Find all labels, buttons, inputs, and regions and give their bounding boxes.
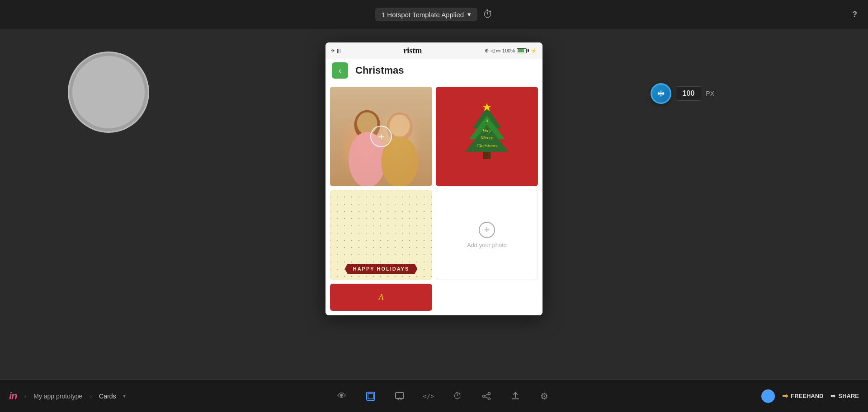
share-network-button[interactable] — [478, 388, 495, 404]
gear-icon: ⚙ — [540, 391, 548, 402]
bottom-right: ⇒ FREEHAND ⇒ SHARE — [732, 389, 868, 403]
prototype-button[interactable] — [363, 388, 379, 404]
tool-widget: 100 PX — [651, 83, 714, 104]
add-photo-label: Add your photo — [467, 242, 507, 248]
add-photo-overlay[interactable]: + — [370, 126, 392, 147]
settings-button[interactable]: ⚙ — [536, 388, 552, 404]
eye-icon: 👁 — [337, 391, 346, 401]
svg-point-21 — [488, 398, 491, 400]
breadcrumb-my-app[interactable]: My app prototype — [33, 393, 82, 400]
page-title: Christmas — [355, 65, 404, 76]
resize-icon — [656, 89, 666, 98]
breadcrumb-separator-1: › — [24, 393, 27, 400]
hotspot-template-button[interactable]: 1 Hotspot Template Applied ▾ — [375, 8, 477, 21]
lightning-icon: ⚡ — [531, 48, 537, 54]
logo-text: in — [9, 390, 17, 402]
plus-icon: + — [377, 131, 384, 142]
history-button[interactable]: ⏱ — [483, 9, 493, 20]
breadcrumb-chevron-icon: ▾ — [123, 393, 126, 399]
add-photo-card[interactable]: + Add your photo — [436, 190, 538, 280]
bottom-center-icons: 👁 </> ⏱ — [154, 388, 732, 404]
share-arrow-icon: ⇒ — [830, 393, 835, 399]
bottom-left: in › My app prototype › Cards ▾ — [0, 390, 154, 402]
chevron-down-icon: ▾ — [467, 10, 471, 19]
svg-rect-10 — [483, 152, 491, 159]
prototype-icon — [366, 391, 376, 401]
help-button[interactable]: ? — [852, 10, 857, 19]
signal-icon: ||| — [337, 48, 341, 53]
share-label: SHARE — [838, 393, 859, 399]
share-button[interactable]: ⇒ SHARE — [830, 393, 859, 399]
invision-logo[interactable]: in — [9, 390, 17, 402]
red-card-letter: A — [379, 293, 384, 302]
canvas-area: ✈ ||| ristm ⊕ ◁ ▭ 100% ⚡ ‹ — [0, 29, 868, 379]
bottom-bar: in › My app prototype › Cards ▾ 👁 </> ⏱ — [0, 379, 868, 412]
upload-button[interactable] — [507, 388, 524, 404]
comment-icon — [395, 391, 405, 401]
polka-dot-card[interactable]: HAPPY HOLIDAYS — [330, 190, 432, 280]
hotspot-label: 1 Hotspot Template Applied — [382, 11, 464, 19]
pixel-unit: PX — [706, 90, 714, 97]
status-bar: ✈ ||| ristm ⊕ ◁ ▭ 100% ⚡ — [326, 42, 542, 59]
preview-button[interactable]: 👁 — [334, 388, 350, 404]
card-grid: + A Very — [326, 82, 542, 315]
user-avatar[interactable] — [761, 389, 775, 403]
magnifier-overlay — [68, 52, 149, 133]
svg-rect-17 — [368, 393, 373, 399]
airplane-icon: ✈ — [331, 48, 335, 54]
question-mark-icon: ? — [852, 10, 857, 19]
clock-icon: ⏱ — [483, 9, 493, 20]
svg-point-20 — [483, 395, 485, 397]
status-left: ✈ ||| — [331, 48, 341, 54]
breadcrumb-cards[interactable]: Cards — [99, 393, 116, 400]
svg-point-19 — [488, 392, 491, 394]
upload-icon — [510, 391, 520, 401]
battery-icon — [517, 48, 529, 53]
svg-text:Merry: Merry — [480, 135, 493, 140]
comment-button[interactable] — [392, 388, 408, 404]
christmas-card-content: A Very Merry Christmas — [451, 97, 523, 176]
back-button[interactable]: ‹ — [332, 62, 348, 79]
phone-frame: ✈ ||| ristm ⊕ ◁ ▭ 100% ⚡ ‹ — [326, 42, 542, 315]
freehand-button[interactable]: ⇒ FREEHAND — [782, 392, 823, 400]
wifi-icon: ◁ — [491, 48, 494, 54]
status-title: ristm — [403, 46, 422, 56]
history-icon: ⏱ — [453, 391, 462, 401]
top-bar: 1 Hotspot Template Applied ▾ ⏱ ? — [0, 0, 868, 29]
christmas-card[interactable]: A Very Merry Christmas — [436, 87, 538, 186]
nav-bar: ‹ Christmas — [326, 59, 542, 82]
code-icon: </> — [423, 393, 434, 400]
svg-text:Christmas: Christmas — [476, 143, 498, 148]
svg-text:A: A — [485, 118, 488, 123]
status-right: ⊕ ◁ ▭ 100% ⚡ — [485, 48, 537, 54]
freehand-label: FREEHAND — [791, 393, 823, 399]
svg-line-22 — [485, 394, 488, 395]
back-arrow-icon: ‹ — [339, 66, 341, 75]
breadcrumb-separator-2: › — [90, 393, 92, 400]
history-bottom-button[interactable]: ⏱ — [449, 388, 466, 404]
battery-percent: 100% — [502, 48, 515, 53]
svg-text:Very: Very — [482, 127, 491, 133]
children-photo-card[interactable]: + — [330, 87, 432, 186]
freehand-icon: ⇒ — [782, 392, 788, 400]
resize-handle[interactable] — [651, 83, 671, 104]
svg-line-23 — [485, 397, 488, 398]
screen-icon: ▭ — [496, 48, 500, 54]
location-icon: ⊕ — [485, 48, 489, 54]
pixel-value[interactable]: 100 — [676, 86, 702, 101]
share-network-icon — [481, 391, 491, 401]
christmas-tree-svg: A Very Merry Christmas — [451, 97, 523, 174]
red-bottom-card[interactable]: A — [330, 284, 432, 311]
add-photo-plus-icon: + — [479, 222, 495, 238]
code-button[interactable]: </> — [420, 388, 437, 404]
happy-holidays-banner: HAPPY HOLIDAYS — [345, 264, 418, 274]
